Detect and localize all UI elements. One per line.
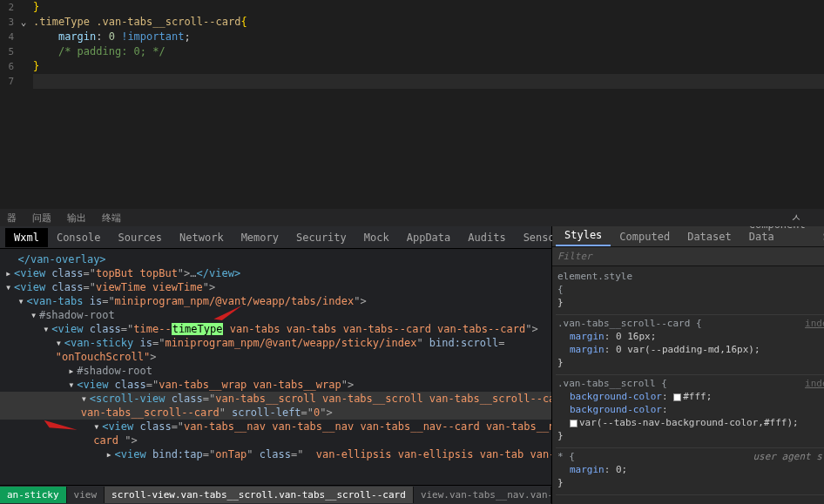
ua-stylesheet-label: user agent style [753,450,824,463]
selector[interactable]: .van-tabs__scroll [557,378,661,389]
selector[interactable]: element.style [557,270,632,283]
subtab-dataset[interactable]: Dataset [679,227,740,246]
line-number: 5 [0,44,17,59]
crumb[interactable]: view.van-tabs__nav.van-tabs__nav--card [414,487,551,503]
dom-node[interactable]: </van-overlay> [0,252,551,266]
subtab-computed[interactable]: Computed [611,227,679,246]
line-gutter: 2 3 4 5 6 7 [0,0,17,209]
expand-icon[interactable]: ▸ [106,447,115,461]
dom-shadow-root[interactable]: ▾#shadow-root [0,308,551,322]
dom-node[interactable]: ▾<van-tabs is="miniprogram_npm/@vant/wea… [0,294,551,308]
tab-network[interactable]: Network [171,228,233,247]
terminal-tab-output[interactable]: 输出 [67,212,86,225]
dom-node[interactable]: ▾<view class="viewTime viewTime"> [0,280,551,294]
styles-subtabs: Styles Computed Dataset Component Data S… [552,226,824,247]
tab-console[interactable]: Console [48,228,110,247]
dom-node[interactable]: ▾<view class="time--timeType van-tabs va… [0,322,551,336]
collapse-icon[interactable]: ▾ [68,378,77,392]
collapse-icon[interactable]: ▾ [43,322,51,336]
tab-mock[interactable]: Mock [355,228,398,247]
expand-icon[interactable]: ▸ [5,266,14,280]
selector[interactable]: .van-tabs__scroll--card [557,318,696,329]
collapse-icon[interactable]: ▾ [17,294,26,308]
dom-tree[interactable]: </van-overlay> ▸<view class="topBut topB… [0,249,551,485]
fold-gutter: ⌄ [17,0,30,30]
dom-node[interactable]: ▾<view class="van-tabs__nav van-tabs__na… [0,420,551,433]
css-property: margin [58,30,96,43]
style-rule-element[interactable]: element.style { } [556,268,824,315]
brace: } [33,60,39,72]
css-declaration[interactable]: margin: 0 var(--padding-md,16px); [557,343,824,356]
line-number: 6 [0,59,17,74]
source-link[interactable]: index.w [805,377,824,390]
devtools-right-pane: Styles Computed Dataset Component Data S… [552,226,824,504]
line-number: 3 [0,15,17,30]
style-rule[interactable]: .van-tabs__scroll--card {index.w margin:… [556,315,824,375]
terminal-tab-terminal[interactable]: 终端 [102,212,121,225]
style-rule[interactable]: .van-tabs__scroll {index.w background-co… [556,375,824,448]
devtools: Wxml Console Sources Network Memory Secu… [0,226,824,504]
css-declaration[interactable]: var(--tabs-nav-background-color,#fff); [557,416,824,429]
brace: } [33,1,39,13]
devtools-left-pane: Wxml Console Sources Network Memory Secu… [0,226,552,504]
css-declaration-overridden[interactable]: background-color: #fff; [557,390,824,403]
style-rule-ua[interactable]: * {user agent style margin: 0; } [556,448,824,495]
fold-toggle-icon[interactable]: ⌄ [17,15,30,30]
brace: { [240,16,247,28]
line-number: 4 [0,30,17,44]
css-selector: .timeType .van-tabs__scroll--card [33,16,240,28]
css-declaration-overridden[interactable]: margin: 0 16px; [557,330,824,343]
dom-breadcrumb[interactable]: an-sticky view scroll-view.van-tabs__scr… [0,485,551,504]
line-number: 7 [0,74,17,89]
dom-node-selected[interactable]: ▾<scroll-view class="van-tabs__scroll va… [0,392,551,406]
dom-node-selected-cont[interactable]: van-tabs__scroll--card" scroll-left="0"> [0,406,551,420]
collapse-icon[interactable]: ▾ [30,308,39,322]
terminal-controls: ㅅ [791,211,817,225]
dom-node[interactable]: ▾<view class="van-tabs__wrap van-tabs__w… [0,378,551,392]
source-link[interactable]: index.w [805,317,824,330]
collapse-icon[interactable]: ▾ [56,336,64,350]
collapse-icon[interactable]: ▾ [93,420,102,433]
terminal-tab[interactable]: 器 [7,212,17,225]
tab-memory[interactable]: Memory [233,228,287,247]
color-swatch-icon[interactable] [673,393,681,401]
tab-wxml[interactable]: Wxml [5,228,48,247]
code-editor[interactable]: 2 3 4 5 6 7 ⌄ } .timeType .van-tabs__scr… [0,0,824,209]
css-declaration-overridden[interactable]: margin: 0; [557,463,824,476]
code-content[interactable]: } .timeType .van-tabs__scroll--card{ mar… [33,0,824,89]
crumb[interactable]: view [67,487,105,503]
terminal-tab-problems[interactable]: 问题 [32,212,51,225]
css-comment: /* padding: 0; */ [58,45,165,57]
devtools-main-tabs: Wxml Console Sources Network Memory Secu… [0,226,551,249]
filter-input[interactable] [552,247,824,265]
styles-filter [552,247,824,266]
dom-node[interactable]: ▾<van-sticky is="miniprogram_npm/@vant/w… [0,336,551,350]
crumb[interactable]: an-sticky [0,487,67,503]
tab-security[interactable]: Security [287,228,355,247]
color-swatch-icon[interactable] [570,420,577,427]
dom-node[interactable]: ▸<view bind:tap="onTap" class=" van-elli… [0,447,551,461]
panel-collapse-icon[interactable]: ㅅ [791,211,801,225]
dom-shadow-root[interactable]: ▸#shadow-root [0,364,551,378]
active-line[interactable] [33,74,824,89]
tab-audits[interactable]: Audits [459,228,514,247]
expand-icon[interactable]: ▸ [68,364,77,378]
styles-body[interactable]: element.style { } .van-tabs__scroll--car… [552,266,824,504]
css-declaration[interactable]: background-color: [557,403,824,416]
terminal-tabbar[interactable]: 器 问题 输出 终端 ㅅ [0,209,824,226]
tab-appdata[interactable]: AppData [398,228,460,247]
css-value: 0 [109,30,121,43]
search-highlight: timeType [172,323,224,335]
collapse-icon[interactable]: ▾ [5,280,14,294]
tab-sources[interactable]: Sources [109,228,171,247]
collapse-icon[interactable]: ▾ [81,392,90,406]
line-number: 2 [0,0,17,15]
dom-node-cont[interactable]: "onTouchScroll"> [0,350,551,364]
subtab-scope[interactable]: Sco [814,227,824,246]
dom-node-cont[interactable]: card "> [0,433,551,447]
subtab-styles[interactable]: Styles [556,225,611,246]
crumb-selected[interactable]: scroll-view.van-tabs__scroll.van-tabs__s… [105,487,414,503]
dom-node[interactable]: ▸<view class="topBut topBut">…</view> [0,266,551,280]
css-important: !important [121,30,184,43]
selector[interactable]: * [557,451,569,462]
